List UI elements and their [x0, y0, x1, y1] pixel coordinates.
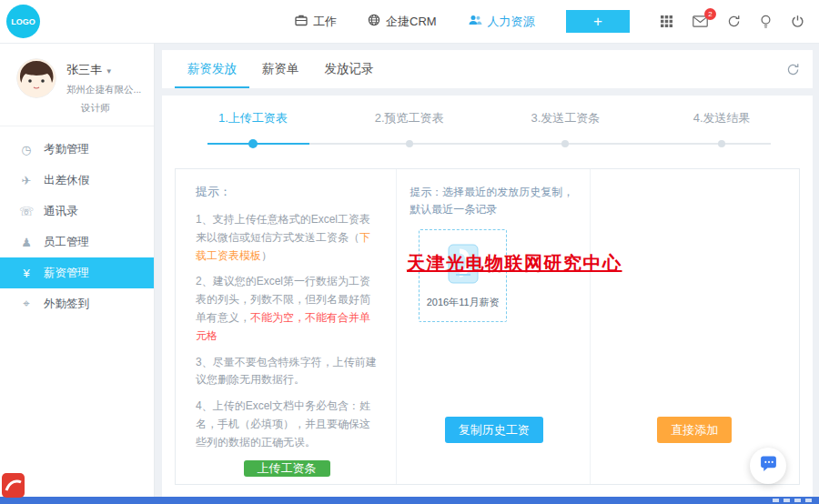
content-panel: 1.上传工资表 2.预览工资表 3.发送工资条 4.发送结果 提示： 1、支持上… — [162, 96, 813, 497]
tray-icon — [805, 499, 812, 502]
tip-3: 3、尽量不要包含特殊字符，上传前建议您删除无用数据行。 — [196, 354, 378, 390]
user-company: 郑州企捷有限公... — [66, 84, 141, 96]
tip-4: 4、上传的Excel文档中务必包含：姓名，手机（必填项），并且要确保这些列的数据… — [196, 398, 378, 451]
history-card-label: 2016年11月薪资 — [427, 296, 500, 309]
sidebar-menu: ◷ 考勤管理 ✈ 出差休假 ☏ 通讯录 ♟ 员工管理 ¥ 薪资管理 ⌖ 外勤签到 — [0, 134, 154, 319]
nav-label: 人力资源 — [488, 14, 535, 30]
nav-item-work[interactable]: 工作 — [295, 14, 337, 30]
tray-icon — [794, 499, 801, 502]
attendance-clock-icon: ◷ — [19, 143, 34, 156]
tab-payslip[interactable]: 薪资单 — [249, 50, 312, 88]
step-dot — [718, 140, 725, 147]
direct-add-column: 直接添加 — [591, 169, 799, 484]
copy-history-column: 提示：选择最近的发放历史复制，默认最近一条记录 2016年11月薪资 复制历史工… — [397, 169, 590, 484]
copy-history-salary-button[interactable]: 复制历史工资 — [445, 417, 543, 443]
salary-icon: ¥ — [19, 267, 34, 280]
sidebar: 张三丰 ▼ 郑州企捷有限公... 设计师 ◷ 考勤管理 ✈ 出差休假 ☏ 通讯录… — [0, 44, 155, 497]
sidebar-item-label: 外勤签到 — [44, 297, 89, 312]
contacts-icon: ☏ — [19, 205, 34, 218]
nav-label: 工作 — [313, 14, 337, 30]
sidebar-item-salary[interactable]: ¥ 薪资管理 — [0, 257, 154, 288]
tips-title: 提示： — [196, 184, 378, 200]
bulb-icon[interactable] — [760, 15, 772, 29]
sidebar-item-label: 员工管理 — [44, 235, 89, 250]
quick-add-button[interactable]: + — [566, 10, 630, 33]
tab-send-records[interactable]: 发放记录 — [312, 50, 387, 88]
topbar-actions: + 2 — [566, 10, 819, 33]
logo[interactable]: LOGO — [6, 5, 40, 38]
employees-icon: ♟ — [19, 236, 34, 249]
document-icon — [444, 242, 482, 289]
stepper-progress — [207, 143, 309, 145]
mail-icon[interactable]: 2 — [693, 15, 708, 27]
top-nav: 工作 企捷CRM 人力资源 — [295, 14, 535, 30]
app-window: LOGO 工作 企捷CRM 人力资源 + — [0, 0, 819, 504]
nav-label: 企捷CRM — [386, 14, 437, 30]
nav-item-crm[interactable]: 企捷CRM — [368, 14, 437, 30]
tip-1: 1、支持上传任意格式的Excel工资表来以微信或短信方式发送工资条（下载工资表模… — [196, 211, 378, 265]
history-tip: 提示：选择最近的发放历史复制，默认最近一条记录 — [410, 184, 578, 218]
step-3-send: 3.发送工资条 — [488, 110, 644, 126]
mail-badge: 2 — [704, 8, 716, 20]
apps-grid-icon[interactable] — [660, 15, 673, 28]
step-dot — [561, 140, 569, 147]
travel-leave-icon: ✈ — [19, 174, 34, 187]
tab-bar: 薪资发放 薪资单 发放记录 — [162, 50, 813, 88]
history-record-card[interactable]: 2016年11月薪资 — [419, 229, 507, 322]
step-2-preview: 2.预览工资表 — [331, 110, 488, 126]
sidebar-item-label: 出差休假 — [44, 173, 89, 188]
field-checkin-icon: ⌖ — [19, 297, 34, 311]
sidebar-item-label: 考勤管理 — [44, 142, 89, 157]
tip-2: 2、建议您的Excel第一行数据为工资表的列头，列数不限，但列名最好简单有意义，… — [196, 273, 378, 345]
direct-add-button[interactable]: 直接添加 — [657, 417, 732, 443]
step-dot — [406, 140, 413, 147]
chevron-down-icon: ▼ — [106, 67, 113, 76]
refresh-icon[interactable] — [727, 15, 741, 28]
tray-icon — [773, 499, 779, 502]
sidebar-item-employees[interactable]: ♟ 员工管理 — [0, 227, 154, 257]
main-area: 薪资发放 薪资单 发放记录 1.上传工资表 2.预览工资表 3.发送工资条 4.… — [156, 44, 819, 497]
tray-icon — [784, 499, 790, 502]
globe-icon — [368, 14, 380, 29]
chat-bubble-icon — [759, 456, 778, 477]
taskbar[interactable] — [0, 497, 819, 504]
step-1-upload: 1.上传工资表 — [175, 110, 331, 126]
topbar: LOGO 工作 企捷CRM 人力资源 + — [0, 0, 819, 44]
avatar[interactable] — [16, 58, 56, 98]
upload-options-box: 提示： 1、支持上传任意格式的Excel工资表来以微信或短信方式发送工资条（下载… — [175, 168, 800, 485]
user-title: 设计师 — [66, 102, 141, 115]
nav-item-hr[interactable]: 人力资源 — [468, 14, 535, 30]
sidebar-item-contacts[interactable]: ☏ 通讯录 — [0, 196, 154, 227]
sidebar-item-field-checkin[interactable]: ⌖ 外勤签到 — [0, 288, 154, 319]
upload-payslip-button[interactable]: 上传工资条 — [244, 460, 330, 477]
user-info: 张三丰 ▼ 郑州企捷有限公... 设计师 — [66, 58, 141, 115]
upload-tips-column: 提示： 1、支持上传任意格式的Excel工资表来以微信或短信方式发送工资条（下载… — [176, 169, 397, 484]
people-icon — [468, 14, 482, 29]
user-profile: 张三丰 ▼ 郑州企捷有限公... 设计师 — [0, 44, 154, 126]
stepper: 1.上传工资表 2.预览工资表 3.发送工资条 4.发送结果 — [175, 110, 800, 157]
tab-salary-send[interactable]: 薪资发放 — [175, 50, 249, 88]
chat-fab-button[interactable] — [750, 448, 786, 484]
step-dot-active — [248, 139, 258, 148]
step-4-result: 4.发送结果 — [643, 110, 800, 126]
user-name-dropdown[interactable]: 张三丰 ▼ — [66, 62, 141, 78]
sidebar-item-label: 通讯录 — [44, 204, 78, 219]
power-icon[interactable] — [791, 15, 804, 28]
sidebar-item-label: 薪资管理 — [44, 266, 89, 281]
briefcase-icon — [295, 14, 308, 29]
desktop-shortcut-icon[interactable] — [2, 473, 25, 501]
sidebar-item-travel-leave[interactable]: ✈ 出差休假 — [0, 165, 154, 196]
refresh-icon[interactable] — [786, 63, 800, 76]
sidebar-item-attendance[interactable]: ◷ 考勤管理 — [0, 134, 154, 165]
